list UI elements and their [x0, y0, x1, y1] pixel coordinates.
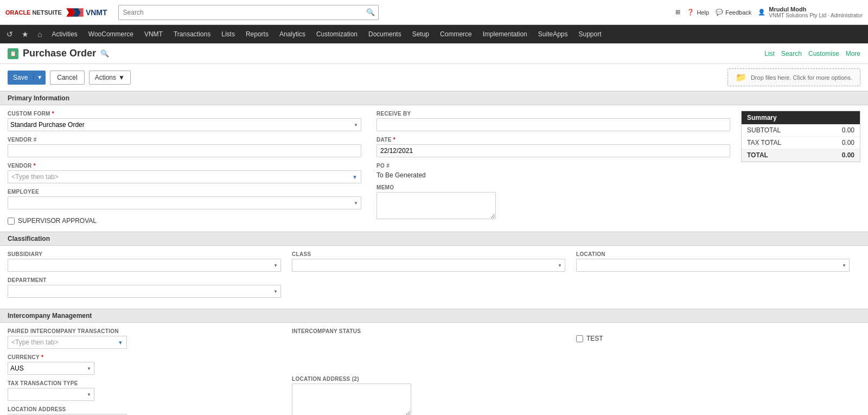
primary-right-col: Summary SUBTOTAL 0.00 TAX TOTAL 0.00 TOT… [738, 105, 868, 232]
tax-transaction-type-field: TAX TRANSACTION TYPE [8, 380, 281, 401]
test-field: TEST [576, 333, 850, 342]
subsidiary-label: SUBSIDIARY [8, 251, 281, 257]
supervisor-approval-checkbox[interactable] [8, 218, 15, 225]
vendor-label: VENDOR * [8, 163, 361, 169]
save-button[interactable]: Save ▼ [8, 71, 46, 85]
test-checkbox[interactable] [576, 335, 583, 342]
subsidiary-col: SUBSIDIARY DEPARTMENT [8, 251, 292, 303]
search-input[interactable] [119, 9, 363, 16]
page-title: Purchase Order [23, 48, 96, 59]
class-col: CLASS [292, 251, 576, 303]
feedback-button[interactable]: 💬 Feedback [716, 9, 751, 16]
nav-documents[interactable]: Documents [363, 25, 407, 43]
supervisor-approval-field: SUPERVISOR APPROVAL [8, 215, 361, 225]
receive-by-label: RECEIVE BY [376, 111, 730, 117]
location-address2-field: LOCATION ADDRESS (2) [292, 376, 565, 415]
custom-form-select[interactable]: Standard Purchase Order [8, 118, 361, 131]
location-address2-textarea[interactable] [292, 384, 411, 415]
nav-activities[interactable]: Activities [46, 25, 82, 43]
user-info[interactable]: 👤 Mrudul Modh VNMT Solutions Pty Ltd · A… [758, 6, 863, 18]
nav-customization[interactable]: Customization [311, 25, 363, 43]
vnmt-text: VNMT [86, 8, 107, 17]
class-select[interactable] [292, 259, 565, 272]
summary-box: Summary SUBTOTAL 0.00 TAX TOTAL 0.00 TOT… [741, 111, 860, 162]
page-icon: 📋 [8, 48, 18, 59]
nav-suiteapps[interactable]: SuiteApps [533, 25, 573, 43]
help-icon: ❓ [687, 9, 694, 16]
vendor-hash-input[interactable] [8, 144, 361, 157]
currency-select[interactable]: AUS [8, 362, 94, 375]
favorites-icon[interactable]: ★ [17, 30, 33, 39]
memo-textarea[interactable] [376, 192, 496, 219]
primary-left-col: CUSTOM FORM * Standard Purchase Order VE… [0, 105, 369, 232]
po-hash-field: PO # To Be Generated [376, 163, 730, 179]
employee-select-wrap[interactable] [8, 196, 361, 209]
interco-middle-col: INTERCOMPANY STATUS LOCATION ADDRESS (2)… [292, 328, 576, 415]
intercompany-status-label: INTERCOMPANY STATUS [292, 328, 565, 334]
nav-commerce[interactable]: Commerce [435, 25, 477, 43]
list-link[interactable]: List [764, 50, 775, 58]
page-header: 📋 Purchase Order 🔍 List Search Customise… [0, 43, 868, 64]
more-link[interactable]: More [846, 50, 860, 58]
top-right-actions: ⊞ ❓ Help 💬 Feedback 👤 Mrudul Modh VNMT S… [675, 6, 863, 18]
global-search-box[interactable]: 🔍 [118, 5, 379, 20]
subsidiary-select[interactable] [8, 259, 281, 272]
receive-by-input[interactable] [376, 118, 730, 131]
form-toolbar: Save ▼ Cancel Actions ▼ 📁 Drop files her… [0, 64, 868, 91]
location-label: LOCATION [576, 251, 850, 257]
summary-total-row: TOTAL 0.00 [742, 149, 860, 162]
nav-reports[interactable]: Reports [240, 25, 274, 43]
actions-button[interactable]: Actions ▼ [89, 71, 131, 85]
user-name: Mrudul Modh [769, 6, 863, 12]
custom-form-label: CUSTOM FORM * [8, 111, 361, 117]
user-subtitle: VNMT Solutions Pty Ltd · Administrator [769, 12, 863, 18]
location-field: LOCATION [576, 251, 850, 272]
paired-field: PAIRED INTERCOMPANY TRANSACTION <Type th… [8, 328, 281, 349]
actions-label: Actions [95, 74, 116, 81]
nav-support[interactable]: Support [573, 25, 607, 43]
page-search-icon[interactable]: 🔍 [100, 49, 109, 58]
tax-transaction-type-select[interactable] [8, 388, 94, 401]
interco-right-col: TEST [576, 328, 860, 415]
nav-analytics[interactable]: Analytics [274, 25, 311, 43]
cancel-button[interactable]: Cancel [50, 71, 84, 85]
paired-arrow-icon: ▼ [118, 340, 123, 346]
nav-transactions[interactable]: Transactions [168, 25, 216, 43]
paired-label: PAIRED INTERCOMPANY TRANSACTION [8, 328, 281, 334]
custom-form-select-wrap[interactable]: Standard Purchase Order [8, 118, 361, 131]
primary-middle-col: RECEIVE BY DATE * PO # To Be Generated M… [369, 105, 738, 232]
location-col: LOCATION [576, 251, 860, 303]
vendor-hash-label: VENDOR # [8, 137, 361, 143]
nav-implementation[interactable]: Implementation [477, 25, 533, 43]
receive-by-field: RECEIVE BY [376, 111, 730, 131]
vendor-dropdown[interactable]: <Type then tab> ▼ [8, 170, 361, 183]
search-link[interactable]: Search [781, 50, 802, 58]
paired-placeholder: <Type then tab> [11, 339, 59, 346]
nav-lists[interactable]: Lists [216, 25, 240, 43]
employee-select[interactable] [8, 196, 361, 209]
po-hash-label: PO # [376, 163, 730, 169]
summary-subtotal-row: SUBTOTAL 0.00 [742, 124, 860, 137]
classification-area: SUBSIDIARY DEPARTMENT CLASS [0, 246, 868, 309]
primary-info-area: CUSTOM FORM * Standard Purchase Order VE… [0, 105, 868, 232]
summary-tax-row: TAX TOTAL 0.00 [742, 137, 860, 149]
nav-setup[interactable]: Setup [407, 25, 435, 43]
home-recent-icon[interactable]: ↺ [2, 30, 17, 39]
paired-dropdown[interactable]: <Type then tab> ▼ [8, 336, 127, 349]
location-select[interactable] [576, 259, 850, 272]
nav-vnmt[interactable]: VNMT [139, 25, 168, 43]
date-input[interactable] [376, 144, 730, 157]
employee-label: EMPLOYEE [8, 189, 361, 195]
drop-zone-label: Drop files here. Click for more options. [751, 74, 852, 81]
recents-icon[interactable]: ⊞ [675, 9, 680, 16]
intercompany-status-field: INTERCOMPANY STATUS [292, 328, 565, 349]
total-value: 0.00 [842, 151, 854, 159]
customise-link[interactable]: Customise [808, 50, 839, 58]
drop-zone[interactable]: 📁 Drop files here. Click for more option… [727, 68, 860, 86]
department-field: DEPARTMENT [8, 277, 281, 298]
help-button[interactable]: ❓ Help [687, 9, 709, 16]
save-dropdown-arrow[interactable]: ▼ [34, 74, 46, 80]
nav-woocommerce[interactable]: WooCommerce [83, 25, 139, 43]
home-icon[interactable]: ⌂ [33, 30, 46, 39]
department-select[interactable] [8, 285, 281, 298]
